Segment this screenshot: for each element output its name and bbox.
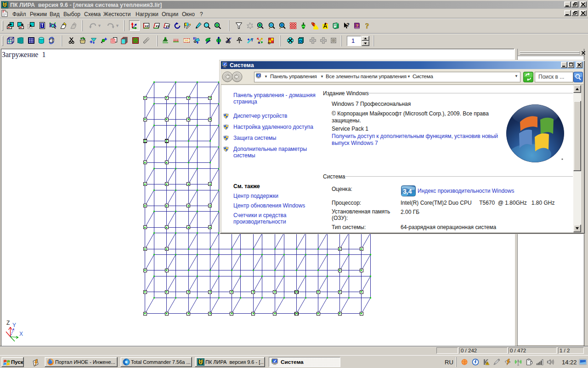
svg-text:Y: Y <box>12 322 16 328</box>
svg-text:Z: Z <box>6 320 10 326</box>
svg-text:3,4: 3,4 <box>403 188 412 195</box>
svg-text:X: X <box>19 331 23 337</box>
